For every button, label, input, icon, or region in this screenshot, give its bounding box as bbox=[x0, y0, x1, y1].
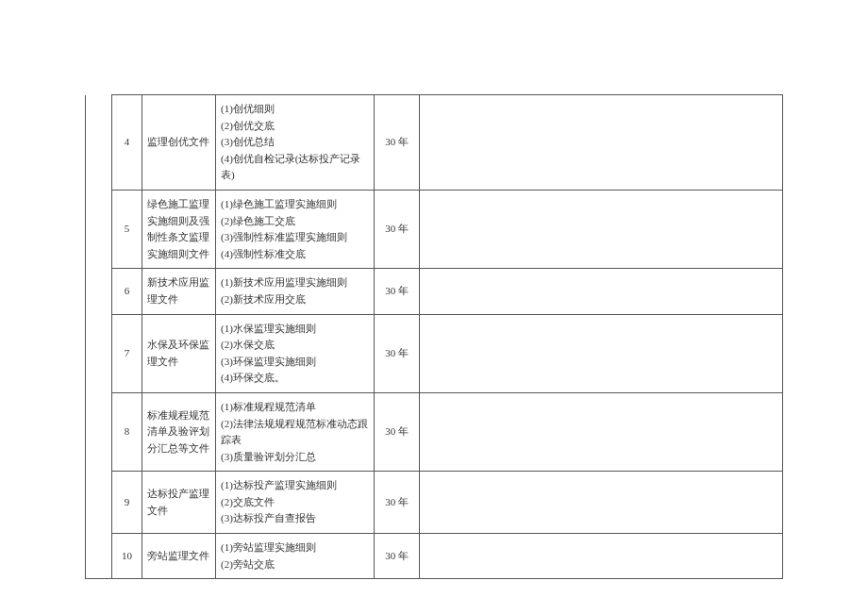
row-number: 4 bbox=[112, 95, 142, 191]
row-period: 30 年 bbox=[375, 95, 420, 191]
row-note bbox=[420, 392, 783, 471]
row-details: (1)创优细则(2)创优交底(3)创优总结(4)创优自检记录(达标投产记录表) bbox=[216, 95, 375, 191]
table-row: 4 监理创优文件 (1)创优细则(2)创优交底(3)创优总结(4)创优自检记录(… bbox=[86, 95, 783, 191]
row-name: 监理创优文件 bbox=[142, 95, 216, 191]
row-number: 7 bbox=[112, 314, 142, 392]
table-row: 6 新技术应用监理文件 (1)新技术应用监理实施细则(2)新技术应用交底 30 … bbox=[86, 269, 783, 314]
row-note bbox=[420, 534, 783, 579]
row-note bbox=[420, 472, 783, 534]
row-number: 6 bbox=[112, 269, 142, 314]
row-name: 绿色施工监理实施细则及强制性条文监理实施细则文件 bbox=[142, 190, 216, 268]
row-period: 30 年 bbox=[375, 190, 420, 268]
row-details: (1)新技术应用监理实施细则(2)新技术应用交底 bbox=[216, 269, 375, 314]
row-details: (1)旁站监理实施细则(2)旁站交底 bbox=[216, 534, 375, 579]
row-note bbox=[420, 95, 783, 191]
row-name: 达标投产监理文件 bbox=[142, 472, 216, 534]
row-details: (1)达标投产监理实施细则(2)交底文件(3)达标投产自查报告 bbox=[216, 472, 375, 534]
row-details: (1)水保监理实施细则(2)水保交底(3)环保监理实施细则(4)环保交底。 bbox=[216, 314, 375, 392]
row-note bbox=[420, 269, 783, 314]
table-row: 8 标准规程规范清单及验评划分汇总等文件 (1)标准规程规范清单(2)法律法规规… bbox=[86, 392, 783, 471]
row-period: 30 年 bbox=[375, 392, 420, 471]
row-period: 30 年 bbox=[375, 269, 420, 314]
table-row: 7 水保及环保监理文件 (1)水保监理实施细则(2)水保交底(3)环保监理实施细… bbox=[86, 314, 783, 392]
row-note bbox=[420, 314, 783, 392]
row-name: 旁站监理文件 bbox=[142, 534, 216, 579]
table-row: 9 达标投产监理文件 (1)达标投产监理实施细则(2)交底文件(3)达标投产自查… bbox=[86, 472, 783, 534]
row-number: 9 bbox=[112, 472, 142, 534]
row-details: (1)绿色施工监理实施细则(2)绿色施工交底(3)强制性标准监理实施细则(4)强… bbox=[216, 190, 375, 268]
row-period: 30 年 bbox=[375, 314, 420, 392]
row-period: 30 年 bbox=[375, 472, 420, 534]
row-period: 30 年 bbox=[375, 534, 420, 579]
row-details: (1)标准规程规范清单(2)法律法规规程规范标准动态跟踪表(3)质量验评划分汇总 bbox=[216, 392, 375, 471]
table-row: 5 绿色施工监理实施细则及强制性条文监理实施细则文件 (1)绿色施工监理实施细则… bbox=[86, 190, 783, 268]
document-table: 4 监理创优文件 (1)创优细则(2)创优交底(3)创优总结(4)创优自检记录(… bbox=[85, 94, 783, 579]
row-name: 新技术应用监理文件 bbox=[142, 269, 216, 314]
row-number: 8 bbox=[112, 392, 142, 471]
row-number: 5 bbox=[112, 190, 142, 268]
row-name: 水保及环保监理文件 bbox=[142, 314, 216, 392]
row-note bbox=[420, 190, 783, 268]
table-row: 10 旁站监理文件 (1)旁站监理实施细则(2)旁站交底 30 年 bbox=[86, 534, 783, 579]
row-number: 10 bbox=[112, 534, 142, 579]
row-name: 标准规程规范清单及验评划分汇总等文件 bbox=[142, 392, 216, 471]
group-cell bbox=[86, 95, 112, 579]
document-page: 4 监理创优文件 (1)创优细则(2)创优交底(3)创优总结(4)创优自检记录(… bbox=[0, 0, 868, 614]
